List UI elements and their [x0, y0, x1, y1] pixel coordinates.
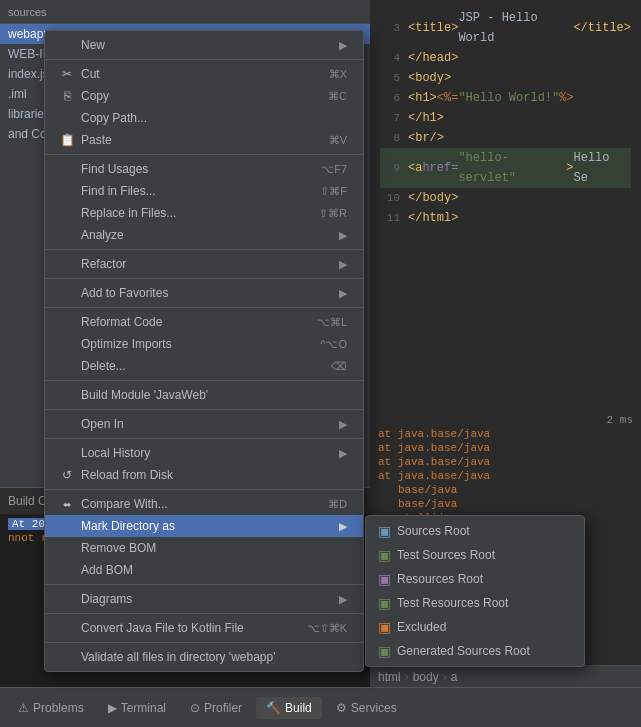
code-line-4: 4 </head> [380, 48, 631, 68]
breadcrumb-bar: html › body › a [370, 665, 641, 687]
sources-root-icon: ▣ [378, 523, 391, 539]
menu-item-add-bom[interactable]: Add BOM [45, 559, 363, 581]
menu-item-local-history[interactable]: Local History ▶ [45, 442, 363, 464]
menu-item-analyze[interactable]: Analyze ▶ [45, 224, 363, 246]
menu-open-in-label: Open In [81, 417, 124, 431]
paste-shortcut: ⌘V [329, 134, 347, 147]
menu-item-open-in[interactable]: Open In ▶ [45, 413, 363, 435]
code-line-5: 5 <body> [380, 68, 631, 88]
breadcrumb-a[interactable]: a [451, 670, 458, 684]
menu-item-copy[interactable]: ⎘ Copy ⌘C [45, 85, 363, 107]
tab-build[interactable]: 🔨 Build [256, 697, 322, 719]
tab-profiler-label: Profiler [204, 701, 242, 715]
menu-item-add-to-favorites[interactable]: Add to Favorites ▶ [45, 282, 363, 304]
menu-item-mark-directory[interactable]: Mark Directory as ▶ ▣ Sources Root ▣ Tes… [45, 515, 363, 537]
problems-icon: ⚠ [18, 701, 29, 715]
menu-item-build-module[interactable]: Build Module 'JavaWeb' [45, 384, 363, 406]
replace-shortcut: ⇧⌘R [319, 207, 347, 220]
breadcrumb-html[interactable]: html [378, 670, 401, 684]
copy-icon: ⎘ [57, 89, 77, 103]
resources-root-label: Resources Root [397, 572, 483, 586]
sources-root-label: Sources Root [397, 524, 470, 538]
submenu-item-test-resources-root[interactable]: ▣ Test Resources Root [366, 591, 584, 615]
submenu-mark-directory: ▣ Sources Root ▣ Test Sources Root ▣ Res… [365, 515, 585, 667]
menu-item-cut[interactable]: ✂ Cut ⌘X [45, 63, 363, 85]
right-log-1: at java.base/java [378, 428, 633, 440]
tab-services[interactable]: ⚙ Services [326, 697, 407, 719]
find-in-files-shortcut: ⇧⌘F [320, 185, 347, 198]
menu-local-history-label: Local History [81, 446, 150, 460]
menu-item-remove-bom[interactable]: Remove BOM [45, 537, 363, 559]
menu-favorites-label: Add to Favorites [81, 286, 168, 300]
tab-profiler[interactable]: ⊙ Profiler [180, 697, 252, 719]
menu-delete-label: Delete... [81, 359, 126, 373]
sources-label: sources [8, 6, 47, 18]
submenu-item-resources-root[interactable]: ▣ Resources Root [366, 567, 584, 591]
menu-remove-bom-label: Remove BOM [81, 541, 156, 555]
menu-reformat-label: Reformat Code [81, 315, 162, 329]
menu-add-bom-label: Add BOM [81, 563, 133, 577]
status-bar: ⚠ Problems ▶ Terminal ⊙ Profiler 🔨 Build… [0, 687, 641, 727]
separator-2 [45, 154, 363, 155]
tab-terminal[interactable]: ▶ Terminal [98, 697, 176, 719]
menu-item-new[interactable]: New ▶ [45, 34, 363, 56]
submenu-item-test-sources-root[interactable]: ▣ Test Sources Root [366, 543, 584, 567]
reload-icon: ↺ [57, 468, 77, 482]
right-log-2: at java.base/java [378, 442, 633, 454]
menu-validate-label: Validate all files in directory 'webapp' [81, 650, 275, 664]
menu-copy-label: Copy [81, 89, 109, 103]
services-icon: ⚙ [336, 701, 347, 715]
tab-build-label: Build [285, 701, 312, 715]
right-log-4: at java.base/java [378, 470, 633, 482]
breadcrumb-body[interactable]: body [413, 670, 439, 684]
menu-item-find-usages[interactable]: Find Usages ⌥F7 [45, 158, 363, 180]
separator-8 [45, 438, 363, 439]
submenu-item-sources-root[interactable]: ▣ Sources Root [366, 519, 584, 543]
code-line-8: 8 <br/> [380, 128, 631, 148]
code-line-3: 3 <title>JSP - Hello World</title> [380, 8, 631, 48]
reformat-shortcut: ⌥⌘L [317, 316, 347, 329]
menu-replace-label: Replace in Files... [81, 206, 176, 220]
copy-shortcut: ⌘C [328, 90, 347, 103]
menu-item-refactor[interactable]: Refactor ▶ [45, 253, 363, 275]
separator-10 [45, 584, 363, 585]
code-line-10: 10 </body> [380, 188, 631, 208]
menu-item-delete[interactable]: Delete... ⌫ [45, 355, 363, 377]
paste-icon: 📋 [57, 133, 77, 147]
menu-diagrams-label: Diagrams [81, 592, 132, 606]
menu-item-reload[interactable]: ↺ Reload from Disk [45, 464, 363, 486]
favorites-arrow: ▶ [339, 287, 347, 300]
test-sources-root-label: Test Sources Root [397, 548, 495, 562]
excluded-icon: ▣ [378, 619, 391, 635]
breadcrumb-sep-2: › [443, 670, 447, 684]
menu-item-find-in-files[interactable]: Find in Files... ⇧⌘F [45, 180, 363, 202]
menu-item-optimize-imports[interactable]: Optimize Imports ^⌥O [45, 333, 363, 355]
menu-item-copy-path[interactable]: Copy Path... [45, 107, 363, 129]
tab-services-label: Services [351, 701, 397, 715]
tab-problems[interactable]: ⚠ Problems [8, 697, 94, 719]
test-resources-root-label: Test Resources Root [397, 596, 508, 610]
menu-reload-label: Reload from Disk [81, 468, 173, 482]
menu-item-compare-with[interactable]: ⬌ Compare With... ⌘D [45, 493, 363, 515]
tab-problems-label: Problems [33, 701, 84, 715]
menu-cut-label: Cut [81, 67, 100, 81]
right-log-timestamp: 2 ms [378, 414, 633, 426]
menu-item-replace-in-files[interactable]: Replace in Files... ⇧⌘R [45, 202, 363, 224]
menu-item-diagrams[interactable]: Diagrams ▶ [45, 588, 363, 610]
menu-new-label: New [81, 38, 105, 52]
menu-item-paste[interactable]: 📋 Paste ⌘V [45, 129, 363, 151]
diagrams-arrow: ▶ [339, 593, 347, 606]
menu-item-validate[interactable]: Validate all files in directory 'webapp' [45, 646, 363, 668]
profiler-icon: ⊙ [190, 701, 200, 715]
breadcrumb-sep-1: › [405, 670, 409, 684]
compare-icon: ⬌ [57, 499, 77, 510]
submenu-item-generated-sources-root[interactable]: ▣ Generated Sources Root [366, 639, 584, 663]
menu-item-reformat[interactable]: Reformat Code ⌥⌘L [45, 311, 363, 333]
tab-terminal-label: Terminal [121, 701, 166, 715]
menu-item-convert-kotlin[interactable]: Convert Java File to Kotlin File ⌥⇧⌘K [45, 617, 363, 639]
cut-shortcut: ⌘X [329, 68, 347, 81]
separator-5 [45, 307, 363, 308]
optimize-shortcut: ^⌥O [320, 338, 347, 351]
submenu-item-excluded[interactable]: ▣ Excluded [366, 615, 584, 639]
menu-build-module-label: Build Module 'JavaWeb' [81, 388, 208, 402]
